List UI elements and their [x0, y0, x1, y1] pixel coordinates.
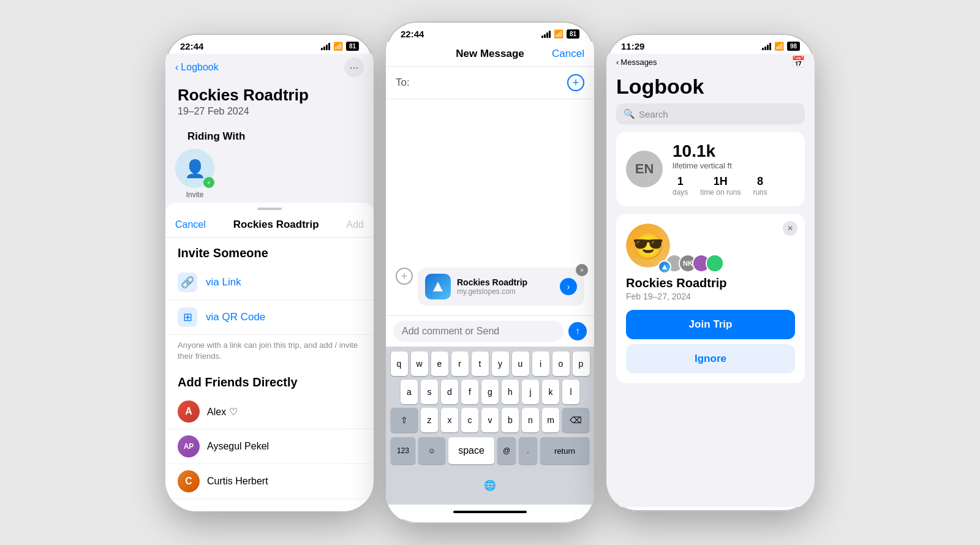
key-s[interactable]: s	[421, 380, 438, 404]
friend-row-aysegul[interactable]: AP Aysegul Pekel	[165, 429, 374, 464]
battery-icon-c: 81	[567, 29, 579, 39]
more-options-button[interactable]: ···	[344, 58, 364, 77]
via-qr-label: via QR Code	[206, 311, 265, 323]
status-time-right: 11:29	[621, 41, 644, 51]
user-avatar: EN	[626, 151, 663, 187]
key-l[interactable]: l	[562, 380, 579, 404]
attachment-add-button[interactable]: +	[396, 268, 413, 285]
backspace-key[interactable]: ⌫	[562, 408, 589, 432]
calendar-icon[interactable]: 📅	[791, 55, 805, 69]
signal-icon-c	[541, 31, 551, 38]
message-cancel-button[interactable]: Cancel	[552, 48, 584, 60]
key-i[interactable]: i	[532, 351, 549, 376]
key-b[interactable]: b	[502, 408, 519, 432]
link-preview-title: Rockies Roadtrip	[457, 277, 554, 287]
key-u[interactable]: u	[512, 351, 529, 376]
at-key[interactable]: @	[497, 437, 516, 464]
link-preview-card: Rockies Roadtrip my.getslopes.com × ›	[418, 268, 584, 306]
status-bar-left: 22:44 📶 81	[165, 34, 374, 54]
chevron-left-icon: ‹	[175, 62, 178, 73]
key-k[interactable]: k	[542, 380, 559, 404]
key-p[interactable]: p	[573, 351, 590, 376]
to-label: To:	[396, 77, 410, 89]
logbook-title: Logbook	[606, 72, 815, 103]
back-button[interactable]: ‹ Logbook	[175, 62, 219, 73]
ignore-trip-button[interactable]: Ignore	[626, 344, 795, 374]
link-preview-icon	[425, 274, 451, 299]
key-g[interactable]: g	[481, 380, 499, 404]
return-key[interactable]: return	[540, 437, 589, 464]
invite-person-button[interactable]: 👤 + Invite	[175, 149, 214, 199]
emoji-key[interactable]: ☺	[418, 437, 445, 464]
key-j[interactable]: j	[522, 380, 539, 404]
key-y[interactable]: y	[492, 351, 509, 376]
wifi-icon: 📶	[333, 42, 343, 51]
add-recipient-button[interactable]: +	[567, 74, 584, 91]
key-r[interactable]: r	[451, 351, 469, 376]
signal-icon	[321, 43, 330, 50]
friend-row-alex[interactable]: A Alex ♡	[165, 394, 374, 429]
signal-icon-r	[762, 43, 771, 50]
sheet-cancel-button[interactable]: Cancel	[175, 219, 206, 230]
participant-avatar-4	[706, 254, 724, 272]
link-icon: 🔗	[178, 272, 197, 292]
recipient-input[interactable]	[415, 77, 567, 89]
key-n[interactable]: n	[522, 408, 539, 432]
message-body	[386, 99, 594, 258]
via-qr-row[interactable]: ⊞ via QR Code	[165, 300, 374, 335]
send-button[interactable]: ↑	[568, 322, 587, 340]
messages-back-label: Messages	[620, 58, 657, 67]
key-c[interactable]: c	[461, 408, 478, 432]
friend-name-alex: Alex ♡	[207, 406, 238, 418]
status-bar-center: 22:44 📶 81	[386, 21, 594, 42]
comment-input[interactable]	[393, 321, 564, 342]
period-key[interactable]: .	[519, 437, 537, 464]
invite-badge: +	[203, 177, 214, 188]
keyboard-row-2: a s d f g h j k l	[388, 380, 592, 404]
friend-avatar-curtis: C	[178, 470, 200, 492]
friend-row-curtis[interactable]: C Curtis Herbert	[165, 464, 374, 499]
person-icon: 👤	[184, 159, 206, 179]
join-trip-button[interactable]: Join Trip	[626, 310, 795, 339]
key-w[interactable]: w	[411, 351, 428, 376]
key-q[interactable]: q	[391, 351, 408, 376]
sheet-add-button[interactable]: Add	[347, 219, 364, 230]
chevron-left-icon-r: ‹	[616, 58, 619, 67]
trip-card-dates: Feb 19–27, 2024	[626, 291, 795, 301]
close-icon: ×	[580, 266, 584, 274]
p3-nav: ‹ Messages 📅	[606, 54, 815, 72]
trip-header: Rockies Roadtrip 19–27 Feb 2024	[165, 81, 374, 124]
key-v[interactable]: v	[481, 408, 499, 432]
globe-key[interactable]: 🌐	[477, 472, 503, 498]
days-value: 1	[673, 175, 688, 188]
status-icons-right: 📶 98	[762, 42, 800, 51]
search-icon: 🔍	[624, 108, 635, 119]
search-bar[interactable]: 🔍 Search	[616, 103, 805, 124]
via-link-row[interactable]: 🔗 via Link	[165, 265, 374, 300]
key-a[interactable]: a	[401, 380, 418, 404]
key-o[interactable]: o	[552, 351, 570, 376]
status-icons-left: 📶 81	[321, 42, 359, 51]
stat-time: 1H time on runs	[700, 175, 741, 197]
key-h[interactable]: h	[502, 380, 519, 404]
send-icon: ↑	[575, 326, 580, 337]
close-invite-button[interactable]: ✕	[783, 221, 797, 236]
messages-back-button[interactable]: ‹ Messages	[616, 58, 657, 67]
vertical-value: 10.1k	[673, 141, 715, 160]
plus-icon: +	[573, 77, 579, 89]
search-placeholder: Search	[639, 109, 668, 119]
nav-back-label: Logbook	[181, 62, 218, 73]
key-f[interactable]: f	[461, 380, 478, 404]
shift-key[interactable]: ⇧	[391, 408, 418, 432]
key-e[interactable]: e	[431, 351, 448, 376]
key-x[interactable]: x	[441, 408, 458, 432]
numbers-key[interactable]: 123	[391, 437, 415, 464]
keyboard[interactable]: q w e r t y u i o p a s d f g h	[386, 347, 594, 505]
key-m[interactable]: m	[542, 408, 559, 432]
link-preview-close-button[interactable]: ×	[576, 264, 588, 276]
key-z[interactable]: z	[421, 408, 438, 432]
key-d[interactable]: d	[441, 380, 458, 404]
space-key[interactable]: space	[448, 437, 494, 464]
sheet-trip-title: Rockies Roadtrip	[233, 219, 319, 231]
key-t[interactable]: t	[472, 351, 489, 376]
